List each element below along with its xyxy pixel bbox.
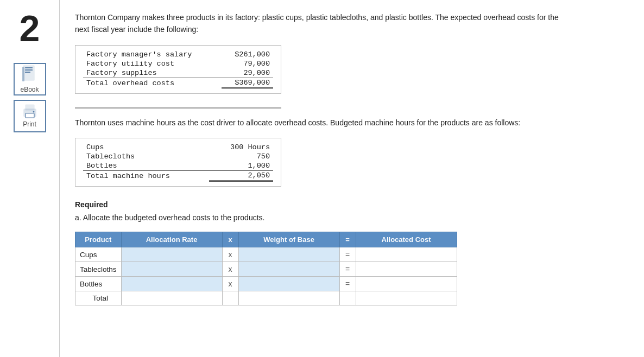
total-amount: $369,000 bbox=[222, 78, 273, 88]
cups-weight-of-base-input[interactable] bbox=[239, 248, 339, 262]
x-operator-header: x bbox=[222, 232, 238, 247]
cups-product-label: Cups bbox=[75, 247, 122, 262]
cups-x-operator: x bbox=[222, 247, 238, 262]
bottles-allocation-rate-input[interactable] bbox=[122, 277, 222, 291]
total-label: Total overhead costs bbox=[83, 78, 222, 88]
tablecloths-product-label: Tablecloths bbox=[75, 262, 122, 277]
equals-operator-header: = bbox=[339, 232, 356, 247]
tablecloths-allocation-rate-cell[interactable] bbox=[121, 262, 222, 277]
cups-allocated-cost-input[interactable] bbox=[356, 248, 457, 262]
table-row: Bottles 1,000 bbox=[83, 161, 273, 171]
total-row: Total overhead costs $369,000 bbox=[83, 78, 273, 88]
machine-hours-table: Cups 300 Hours Tablecloths 750 Bottles 1… bbox=[83, 143, 273, 182]
overhead-costs-table: Factory manager's salary $261,000 Factor… bbox=[83, 50, 273, 89]
cups-row: Cups x = bbox=[75, 247, 457, 262]
cups-allocated-cost-cell[interactable] bbox=[356, 247, 457, 262]
required-heading: Required bbox=[75, 200, 628, 209]
svg-rect-4 bbox=[22, 67, 24, 81]
cost-label: Factory supplies bbox=[83, 68, 222, 78]
cost-amount: 29,000 bbox=[222, 68, 273, 78]
machine-hours-text: Thornton uses machine hours as the cost … bbox=[75, 117, 580, 129]
tablecloths-allocated-cost-input[interactable] bbox=[356, 263, 457, 276]
svg-rect-1 bbox=[25, 67, 33, 68]
weight-of-base-header: Weight of Base bbox=[238, 232, 339, 247]
svg-point-8 bbox=[33, 111, 34, 113]
cost-label: Factory utility cost bbox=[83, 59, 222, 68]
product-label: Bottles bbox=[83, 161, 209, 171]
overhead-costs-table-wrapper: Factory manager's salary $261,000 Factor… bbox=[75, 45, 281, 94]
table-row: Factory manager's salary $261,000 bbox=[83, 50, 273, 59]
bottles-x-operator: x bbox=[222, 277, 238, 291]
product-column-header: Product bbox=[75, 232, 122, 247]
table-row: Factory utility cost 79,000 bbox=[83, 59, 273, 68]
table-row: Cups 300 Hours bbox=[83, 143, 273, 152]
allocation-table: Product Allocation Rate x Weight of Base… bbox=[75, 232, 457, 305]
total-equals-spacer bbox=[339, 291, 356, 305]
svg-rect-3 bbox=[25, 72, 30, 73]
ebook-button[interactable]: eBook bbox=[14, 63, 46, 95]
cups-allocation-rate-cell[interactable] bbox=[121, 247, 222, 262]
cups-weight-of-base-cell[interactable] bbox=[238, 247, 339, 262]
print-label: Print bbox=[23, 120, 36, 128]
total-hours: 2,050 bbox=[209, 171, 273, 181]
bottles-allocated-cost-cell[interactable] bbox=[356, 277, 457, 291]
tablecloths-allocation-rate-input[interactable] bbox=[122, 263, 222, 276]
tablecloths-x-operator: x bbox=[222, 262, 238, 277]
svg-rect-6 bbox=[26, 105, 34, 110]
hours-amount: 300 Hours bbox=[209, 143, 273, 152]
question-number: 2 bbox=[20, 10, 40, 47]
total-row: Total machine hours 2,050 bbox=[83, 171, 273, 181]
cost-label: Factory manager's salary bbox=[83, 50, 222, 59]
main-content: Thornton Company makes three products in… bbox=[60, 0, 644, 357]
table-row: Tablecloths 750 bbox=[83, 152, 273, 161]
total-weight-of-base-cell[interactable] bbox=[238, 291, 339, 305]
product-label: Cups bbox=[83, 143, 209, 152]
machine-hours-table-wrapper: Cups 300 Hours Tablecloths 750 Bottles 1… bbox=[75, 138, 281, 187]
total-allocated-cost-input[interactable] bbox=[356, 291, 457, 305]
tablecloths-allocated-cost-cell[interactable] bbox=[356, 262, 457, 277]
intro-text: Thornton Company makes three products in… bbox=[75, 12, 574, 35]
product-label: Tablecloths bbox=[83, 152, 209, 161]
cost-amount: $261,000 bbox=[222, 50, 273, 59]
bottles-weight-of-base-input[interactable] bbox=[239, 277, 339, 291]
total-label: Total machine hours bbox=[83, 171, 209, 181]
cups-equals-operator: = bbox=[339, 247, 356, 262]
bottles-allocation-rate-cell[interactable] bbox=[121, 277, 222, 291]
tablecloths-equals-operator: = bbox=[339, 262, 356, 277]
divider bbox=[75, 107, 281, 109]
total-x-spacer bbox=[222, 291, 238, 305]
left-sidebar: 2 eBook Print bbox=[0, 0, 60, 357]
tablecloths-weight-of-base-input[interactable] bbox=[239, 263, 339, 276]
total-allocation-rate-cell bbox=[121, 291, 222, 305]
total-label: Total bbox=[75, 291, 122, 305]
total-weight-of-base-input[interactable] bbox=[239, 291, 339, 305]
hours-amount: 1,000 bbox=[209, 161, 273, 171]
svg-rect-2 bbox=[25, 69, 33, 71]
part-a-text: a. Allocate the budgeted overhead costs … bbox=[75, 213, 628, 222]
hours-amount: 750 bbox=[209, 152, 273, 161]
allocated-cost-header: Allocated Cost bbox=[356, 232, 457, 247]
bottles-row: Bottles x = bbox=[75, 277, 457, 291]
ebook-icon bbox=[22, 65, 37, 85]
bottles-allocated-cost-input[interactable] bbox=[356, 277, 457, 291]
total-row: Total bbox=[75, 291, 457, 305]
table-row: Factory supplies 29,000 bbox=[83, 68, 273, 78]
cost-amount: 79,000 bbox=[222, 59, 273, 68]
bottles-product-label: Bottles bbox=[75, 277, 122, 291]
print-button[interactable]: Print bbox=[14, 100, 46, 132]
total-allocated-cost-cell[interactable] bbox=[356, 291, 457, 305]
svg-rect-7 bbox=[26, 113, 34, 118]
bottles-weight-of-base-cell[interactable] bbox=[238, 277, 339, 291]
cups-allocation-rate-input[interactable] bbox=[122, 248, 222, 262]
tablecloths-row: Tablecloths x = bbox=[75, 262, 457, 277]
print-icon bbox=[22, 104, 38, 119]
allocation-rate-header: Allocation Rate bbox=[121, 232, 222, 247]
ebook-label: eBook bbox=[20, 86, 39, 93]
bottles-equals-operator: = bbox=[339, 277, 356, 291]
tablecloths-weight-of-base-cell[interactable] bbox=[238, 262, 339, 277]
